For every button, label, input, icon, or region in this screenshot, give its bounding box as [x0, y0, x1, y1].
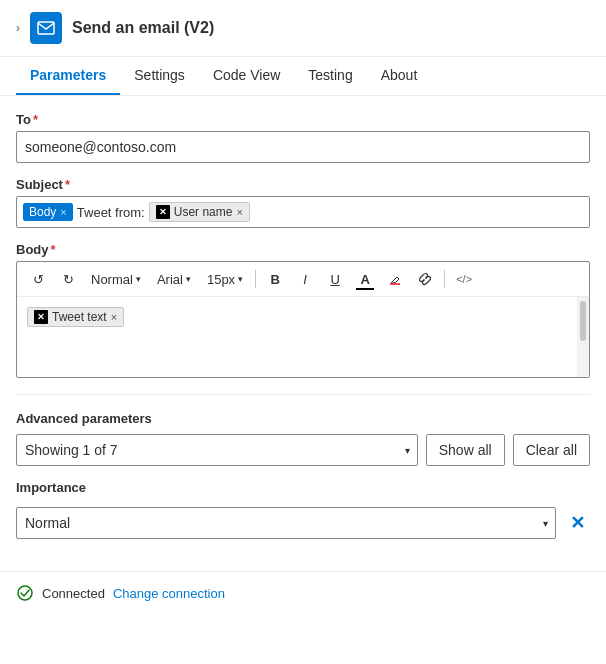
to-required: * — [33, 112, 38, 127]
font-style-chevron: ▾ — [136, 274, 141, 284]
importance-select[interactable]: NormalLowHigh — [16, 507, 556, 539]
toolbar-divider-2 — [444, 270, 445, 288]
bold-button[interactable]: B — [262, 266, 288, 292]
font-family-dropdown[interactable]: Arial ▾ — [151, 270, 197, 289]
subject-label: Subject * — [16, 177, 590, 192]
show-all-button[interactable]: Show all — [426, 434, 505, 466]
clear-all-button[interactable]: Clear all — [513, 434, 590, 466]
font-family-chevron: ▾ — [186, 274, 191, 284]
body-required: * — [51, 242, 56, 257]
importance-label: Importance — [16, 480, 590, 495]
tab-code-view[interactable]: Code View — [199, 57, 294, 95]
back-chevron[interactable]: › — [16, 21, 20, 35]
advanced-controls: Showing 1 of 7 ▾ Show all Clear all — [16, 434, 590, 466]
font-color-bar — [356, 288, 374, 290]
font-size-chevron: ▾ — [238, 274, 243, 284]
body-label: Body * — [16, 242, 590, 257]
svg-rect-0 — [38, 22, 54, 34]
redo-button[interactable]: ↻ — [55, 266, 81, 292]
advanced-label: Advanced parameters — [16, 411, 590, 426]
subject-required: * — [65, 177, 70, 192]
rich-text-editor: ↺ ↻ Normal ▾ Arial ▾ 15px ▾ — [16, 261, 590, 378]
importance-select-wrapper: NormalLowHigh ▾ — [16, 507, 556, 539]
subject-body-token: Body × — [23, 203, 73, 221]
importance-row: NormalLowHigh ▾ ✕ — [16, 507, 590, 539]
rte-body[interactable]: ✕ Tweet text × — [17, 297, 589, 377]
body-tweet-token-remove[interactable]: × — [111, 311, 117, 323]
toolbar-divider-1 — [255, 270, 256, 288]
italic-button[interactable]: I — [292, 266, 318, 292]
rte-scrollbar[interactable] — [577, 297, 589, 377]
section-divider — [16, 394, 590, 395]
tab-settings[interactable]: Settings — [120, 57, 199, 95]
subject-field-group: Subject * Body × Tweet from: ✕ User name… — [16, 177, 590, 228]
font-size-dropdown[interactable]: 15px ▾ — [201, 270, 249, 289]
footer: Connected Change connection — [0, 571, 606, 614]
twitter-icon-subject: ✕ — [156, 205, 170, 219]
tab-bar: Parameters Settings Code View Testing Ab… — [0, 57, 606, 96]
action-icon — [30, 12, 62, 44]
subject-username-token: ✕ User name × — [149, 202, 250, 222]
page-title: Send an email (V2) — [72, 19, 214, 37]
action-header: › Send an email (V2) — [0, 0, 606, 57]
parameters-content: To * Subject * Body × Tweet from: ✕ User… — [0, 96, 606, 555]
tab-testing[interactable]: Testing — [294, 57, 366, 95]
code-button[interactable]: </> — [451, 266, 477, 292]
change-connection-link[interactable]: Change connection — [113, 586, 225, 601]
to-label: To * — [16, 112, 590, 127]
importance-clear-button[interactable]: ✕ — [564, 510, 590, 536]
subject-separator: Tweet from: — [77, 205, 145, 220]
body-field-group: Body * ↺ ↻ Normal ▾ Arial ▾ — [16, 242, 590, 378]
advanced-parameters-section: Advanced parameters Showing 1 of 7 ▾ Sho… — [16, 411, 590, 466]
to-input[interactable] — [16, 131, 590, 163]
svg-point-2 — [18, 586, 32, 600]
highlight-button[interactable] — [382, 266, 408, 292]
advanced-select-wrapper: Showing 1 of 7 ▾ — [16, 434, 418, 466]
underline-button[interactable]: U — [322, 266, 348, 292]
font-style-dropdown[interactable]: Normal ▾ — [85, 270, 147, 289]
rte-scroll-thumb — [580, 301, 586, 341]
subject-body-token-remove[interactable]: × — [60, 206, 66, 218]
subject-token-input[interactable]: Body × Tweet from: ✕ User name × — [16, 196, 590, 228]
link-button[interactable] — [412, 266, 438, 292]
font-color-button[interactable]: A — [352, 266, 378, 292]
importance-section: Importance NormalLowHigh ▾ ✕ — [16, 480, 590, 539]
connected-icon — [16, 584, 34, 602]
undo-button[interactable]: ↺ — [25, 266, 51, 292]
connected-text: Connected — [42, 586, 105, 601]
tab-parameters[interactable]: Parameters — [16, 57, 120, 95]
to-field-group: To * — [16, 112, 590, 163]
subject-username-token-remove[interactable]: × — [236, 206, 242, 218]
body-tweet-token: ✕ Tweet text × — [27, 307, 124, 327]
rte-toolbar: ↺ ↻ Normal ▾ Arial ▾ 15px ▾ — [17, 262, 589, 297]
twitter-icon-body: ✕ — [34, 310, 48, 324]
advanced-select[interactable]: Showing 1 of 7 — [16, 434, 418, 466]
tab-about[interactable]: About — [367, 57, 432, 95]
